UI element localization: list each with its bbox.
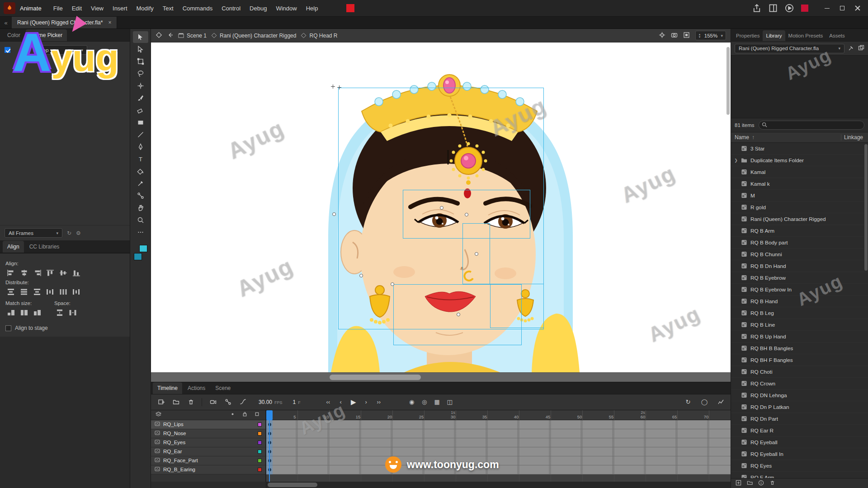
timeline-frames-row[interactable] bbox=[266, 438, 731, 447]
share-icon[interactable] bbox=[752, 4, 761, 13]
timeline-frames-row[interactable] bbox=[266, 429, 731, 438]
breadcrumb-scene[interactable]: Scene 1 bbox=[178, 33, 207, 39]
space-vertical-button[interactable] bbox=[54, 308, 65, 317]
align-left-button[interactable] bbox=[5, 268, 16, 277]
paint-bucket-tool[interactable] bbox=[133, 165, 148, 177]
menu-help[interactable]: Help bbox=[302, 3, 323, 14]
library-item[interactable]: RQ B Dn Hand bbox=[731, 260, 868, 272]
library-item[interactable]: RQ B Line bbox=[731, 319, 868, 331]
library-item[interactable]: Kamal bbox=[731, 166, 868, 178]
transform-handle[interactable] bbox=[440, 206, 443, 210]
text-tool[interactable]: T bbox=[133, 153, 148, 165]
bone-tool[interactable] bbox=[133, 190, 148, 202]
library-item[interactable]: RQ Ear R bbox=[731, 425, 868, 436]
eraser-tool[interactable] bbox=[133, 104, 148, 116]
transform-handle[interactable] bbox=[391, 282, 394, 286]
transform-handle[interactable] bbox=[359, 274, 363, 277]
library-document-dropdown[interactable]: Rani (Queen) Rigged Character.fla ▾ bbox=[735, 44, 844, 53]
delete-layer-button[interactable] bbox=[185, 397, 196, 407]
item-properties-button[interactable] bbox=[758, 480, 764, 487]
frame-rate-display[interactable]: 30.00 FPS bbox=[259, 399, 283, 405]
panel-tab-assets[interactable]: Assets bbox=[826, 30, 848, 41]
library-item[interactable]: RQ Eyes bbox=[731, 460, 868, 472]
align-right-button[interactable] bbox=[32, 268, 42, 277]
distribute-bottom-button[interactable] bbox=[32, 287, 42, 296]
menu-control[interactable]: Control bbox=[217, 3, 245, 14]
menu-edit[interactable]: Edit bbox=[67, 3, 86, 14]
library-item[interactable]: RQ BH F Bangles bbox=[731, 354, 868, 366]
pen-tool[interactable] bbox=[133, 141, 148, 153]
match-width-button[interactable] bbox=[5, 308, 16, 317]
onion-skin-icon[interactable]: ◉ bbox=[406, 397, 417, 407]
library-item[interactable]: RQ B Eyebrow In bbox=[731, 284, 868, 296]
menu-file[interactable]: File bbox=[49, 3, 67, 14]
menu-modify[interactable]: Modify bbox=[132, 3, 158, 14]
new-folder-button[interactable] bbox=[170, 397, 181, 407]
back-arrow-icon[interactable] bbox=[167, 32, 174, 40]
zoom-control[interactable]: ▲▼ 155% ▾ bbox=[695, 31, 726, 40]
timeline-frames-row[interactable] bbox=[266, 420, 731, 429]
match-height-button[interactable] bbox=[19, 308, 29, 317]
outline-all-icon[interactable] bbox=[254, 411, 260, 418]
transform-handle[interactable] bbox=[475, 252, 478, 256]
timeline-layer[interactable]: RQ_Ear bbox=[151, 447, 265, 456]
delete-item-button[interactable] bbox=[769, 480, 775, 487]
frame-view-icon[interactable] bbox=[715, 397, 726, 407]
new-library-panel-icon[interactable] bbox=[858, 45, 864, 52]
align-middle-vertical-button[interactable] bbox=[58, 268, 69, 277]
layer-color-chip[interactable] bbox=[258, 441, 262, 445]
library-item[interactable]: RQ B Eyebrow bbox=[731, 272, 868, 284]
minimize-button[interactable] bbox=[820, 3, 834, 14]
library-item[interactable]: RQ B Up Hand bbox=[731, 331, 868, 343]
timeline-layer[interactable]: RQ_Nose bbox=[151, 429, 265, 438]
layer-color-chip[interactable] bbox=[258, 468, 262, 472]
workspace-icon[interactable] bbox=[769, 4, 778, 13]
new-folder-button[interactable] bbox=[747, 480, 753, 487]
transform-handle[interactable] bbox=[457, 313, 460, 316]
breadcrumb-symbol[interactable]: Rani (Queen) Character Rigged bbox=[211, 33, 296, 39]
name-column-header[interactable]: Name bbox=[735, 134, 749, 141]
menu-text[interactable]: Text bbox=[158, 3, 178, 14]
stage-vertical-scrollbar[interactable] bbox=[726, 47, 730, 115]
library-item[interactable]: RQ Crown bbox=[731, 378, 868, 389]
library-item[interactable]: RQ BH B Bangles bbox=[731, 343, 868, 354]
hand-tool[interactable] bbox=[133, 202, 148, 214]
panel-tab-cc-libraries[interactable]: CC Libraries bbox=[25, 241, 64, 253]
distribute-center-button[interactable] bbox=[58, 287, 69, 296]
timeline-layer[interactable]: RQ_Face_Part bbox=[151, 456, 265, 465]
library-item[interactable]: RQ Choti bbox=[731, 366, 868, 378]
new-layer-button[interactable] bbox=[156, 397, 166, 407]
match-width-height-button[interactable] bbox=[32, 308, 42, 317]
add-camera-button[interactable] bbox=[208, 397, 218, 407]
eyedropper-tool[interactable] bbox=[133, 178, 148, 189]
chevron-down-icon[interactable]: ▾ bbox=[721, 33, 723, 38]
distribute-right-button[interactable] bbox=[71, 287, 82, 296]
timeline-ruler[interactable]: 5101520253035404550556065701s2s bbox=[266, 410, 731, 420]
library-column-headers[interactable]: Name ↑ Linkage bbox=[731, 132, 868, 143]
pin-library-icon[interactable] bbox=[848, 45, 854, 52]
align-center-horizontal-button[interactable] bbox=[19, 268, 29, 277]
menu-debug[interactable]: Debug bbox=[245, 3, 271, 14]
edit-multiple-frames-icon[interactable]: ▦ bbox=[432, 397, 443, 407]
library-item[interactable]: RQ DN Lehnga bbox=[731, 389, 868, 401]
zoom-tool[interactable] bbox=[133, 214, 148, 226]
free-transform-tool[interactable] bbox=[133, 56, 148, 67]
asset-warp-tool[interactable] bbox=[133, 80, 148, 92]
library-item[interactable]: Rani (Queen) Character Rigged bbox=[731, 213, 868, 225]
show-parenting-button[interactable] bbox=[222, 397, 233, 407]
maximize-button[interactable] bbox=[835, 3, 849, 14]
panel-tab-properties[interactable]: Properties bbox=[733, 30, 763, 41]
camera-icon[interactable] bbox=[671, 32, 678, 40]
library-item[interactable]: RQ B Chunni bbox=[731, 249, 868, 260]
layer-color-chip[interactable] bbox=[258, 450, 262, 454]
close-button[interactable] bbox=[851, 3, 864, 14]
fill-stroke-swatches[interactable] bbox=[134, 245, 147, 260]
linkage-column-header[interactable]: Linkage bbox=[841, 134, 864, 141]
quick-share-play-icon[interactable] bbox=[785, 4, 794, 13]
close-document-icon[interactable]: × bbox=[108, 19, 111, 26]
center-frame-icon[interactable]: ◯ bbox=[699, 397, 710, 407]
library-item[interactable]: R gold bbox=[731, 202, 868, 213]
graph-editor-button[interactable] bbox=[237, 397, 248, 407]
frame-forward-icon[interactable]: › bbox=[361, 397, 372, 407]
sort-ascending-icon[interactable]: ↑ bbox=[752, 134, 755, 141]
